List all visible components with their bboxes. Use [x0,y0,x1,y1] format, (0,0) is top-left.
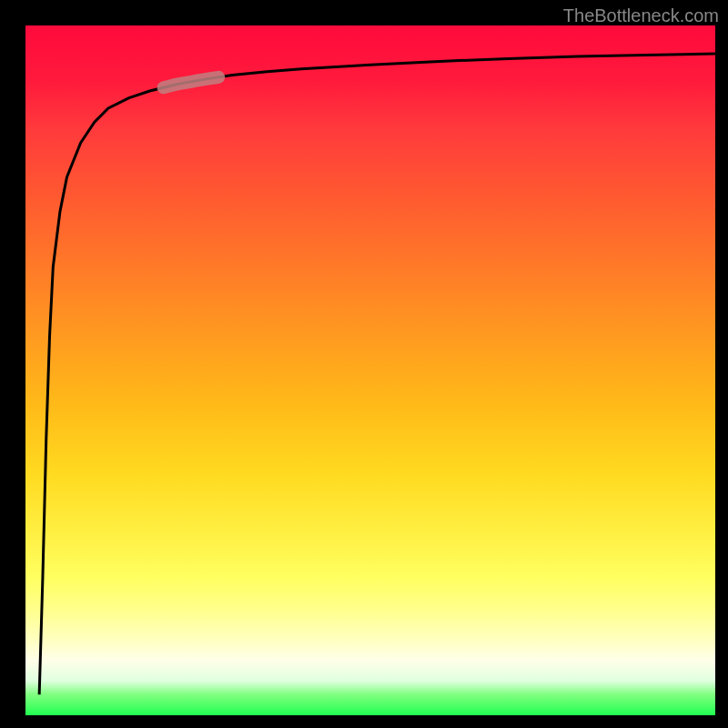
plot-area [25,25,715,715]
curve-svg [25,25,715,715]
watermark-text: TheBottleneck.com [563,5,719,26]
chart-container [25,25,715,715]
bottleneck-curve-line [39,54,715,694]
highlight-segment [164,77,219,87]
